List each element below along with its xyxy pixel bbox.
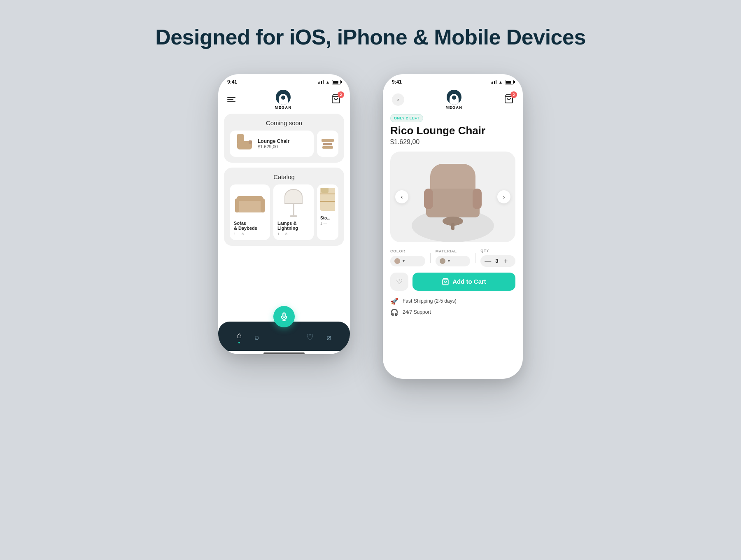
shipping-text: Fast Shipping (2-5 days) xyxy=(403,298,457,304)
nav-profile[interactable]: ⌀ xyxy=(326,332,331,342)
lamp-image xyxy=(281,189,306,217)
qty-option: QTY — 3 + xyxy=(480,249,515,267)
support-info: 🎧 24/7 Support xyxy=(390,308,515,316)
cart-badge-left: 2 xyxy=(338,91,344,98)
status-bar-right: 9:41 ▲ xyxy=(383,74,523,87)
wifi-icon: ▲ xyxy=(326,80,330,84)
signal-icon-right xyxy=(491,80,497,84)
catalog-lamps-name: Lamps &Lightning xyxy=(277,221,310,231)
back-button[interactable]: ‹ xyxy=(392,93,404,106)
phones-container: 9:41 ▲ MEGAN xyxy=(218,74,523,379)
color-chevron: ▾ xyxy=(403,259,405,263)
coming-soon-product-name: Lounge Chair xyxy=(258,138,289,144)
support-icon: 🎧 xyxy=(390,308,398,316)
nav-bar-left: MEGAN 2 xyxy=(218,87,350,114)
color-select[interactable]: ▾ xyxy=(390,256,425,266)
color-option: COLOR ▾ xyxy=(390,249,425,266)
shipping-icon: 🚀 xyxy=(390,297,398,305)
catalog-lamps-range: 1 — 8 xyxy=(277,232,310,236)
add-to-cart-label: Add to Cart xyxy=(452,278,486,285)
profile-icon: ⌀ xyxy=(326,332,331,342)
color-label: COLOR xyxy=(390,249,425,253)
phone-left: 9:41 ▲ MEGAN xyxy=(218,74,350,354)
svg-rect-1 xyxy=(283,313,285,317)
catalog-storage[interactable]: Sto... 1 — xyxy=(317,184,338,240)
time-left: 9:41 xyxy=(227,79,237,85)
material-chevron: ▾ xyxy=(448,259,450,263)
catalog-sofas[interactable]: Sofas& Daybeds 1 — 8 xyxy=(230,184,270,240)
nav-bar-right: ‹ MEGAN 2 xyxy=(383,87,523,114)
support-text: 24/7 Support xyxy=(403,309,431,315)
mic-button[interactable] xyxy=(273,306,295,327)
stool-image xyxy=(320,135,335,152)
cart-badge-right: 2 xyxy=(510,91,517,98)
signal-icon xyxy=(318,80,324,84)
divider2 xyxy=(475,253,475,263)
heart-icon: ♡ xyxy=(306,332,314,342)
material-option: MATERIAL ▾ xyxy=(436,249,471,266)
hamburger-menu[interactable] xyxy=(227,97,235,102)
lounge-chair-image xyxy=(235,135,254,153)
cart-button-right[interactable]: 2 xyxy=(504,94,514,105)
search-icon: ⌕ xyxy=(254,332,259,342)
battery-icon xyxy=(332,80,341,84)
qty-minus[interactable]: — xyxy=(485,258,491,264)
catalog-sofas-name: Sofas& Daybeds xyxy=(234,221,266,231)
nav-home[interactable]: ⌂ xyxy=(237,331,242,343)
status-icons-right: ▲ xyxy=(491,80,514,84)
material-select[interactable]: ▾ xyxy=(436,256,471,266)
material-swatch xyxy=(440,258,445,264)
prev-image-button[interactable]: ‹ xyxy=(395,190,408,203)
nav-wishlist[interactable]: ♡ xyxy=(306,332,314,342)
qty-plus[interactable]: + xyxy=(503,258,509,264)
product-price: $1.629,00 xyxy=(390,138,515,146)
home-indicator xyxy=(263,352,305,354)
logo-label-left: MEGAN xyxy=(275,105,292,110)
material-label: MATERIAL xyxy=(436,249,471,253)
nav-search[interactable]: ⌕ xyxy=(254,332,259,342)
rico-chair-image xyxy=(420,164,486,230)
divider xyxy=(430,253,431,263)
qty-value: 3 xyxy=(495,258,498,264)
info-items: 🚀 Fast Shipping (2-5 days) 🎧 24/7 Suppor… xyxy=(390,297,515,316)
shipping-info: 🚀 Fast Shipping (2-5 days) xyxy=(390,297,515,305)
logo-label-right: MEGAN xyxy=(446,105,463,110)
options-row: COLOR ▾ MATERIAL ▾ QTY xyxy=(390,249,515,267)
availability-badge: ONLY 2 LEFT xyxy=(390,114,423,122)
catalog-storage-name: Sto... xyxy=(320,216,335,220)
wishlist-button[interactable]: ♡ xyxy=(390,273,408,291)
logo-left: MEGAN xyxy=(275,90,292,110)
coming-soon-product-price: $1.629,00 xyxy=(258,144,289,149)
time-right: 9:41 xyxy=(392,79,402,85)
catalog-lamps[interactable]: Lamps &Lightning 1 — 8 xyxy=(273,184,314,240)
color-swatch xyxy=(394,258,400,264)
bottom-nav: ⌂ ⌕ ♡ ⌀ xyxy=(218,306,350,354)
logo-right: MEGAN xyxy=(446,90,463,110)
cart-icon-btn xyxy=(442,278,449,285)
qty-label: QTY xyxy=(480,249,515,253)
coming-soon-section: Coming soon Lounge Chair $1.629,00 xyxy=(224,114,344,163)
wifi-icon-right: ▲ xyxy=(499,80,503,84)
catalog-title: Catalog xyxy=(230,173,338,180)
product-title: Rico Lounge Chair xyxy=(390,125,515,137)
coming-soon-title: Coming soon xyxy=(230,119,338,126)
status-icons-left: ▲ xyxy=(318,80,341,84)
storage-image xyxy=(320,188,335,212)
phone-right: 9:41 ▲ ‹ MEGAN xyxy=(383,74,523,379)
product-image-area: ‹ › xyxy=(390,152,515,242)
action-row: ♡ Add to Cart xyxy=(390,273,515,291)
home-icon: ⌂ xyxy=(237,331,242,340)
page-title: Designed for iOS, iPhone & Mobile Device… xyxy=(155,25,586,49)
battery-icon-right xyxy=(505,80,514,84)
catalog-section: Catalog Sofas& Daybeds xyxy=(224,168,344,246)
qty-control: — 3 + xyxy=(480,255,515,267)
catalog-sofas-range: 1 — 8 xyxy=(234,232,266,236)
next-image-button[interactable]: › xyxy=(497,190,510,203)
cart-button-left[interactable]: 2 xyxy=(331,94,341,105)
add-to-cart-button[interactable]: Add to Cart xyxy=(412,273,515,291)
catalog-storage-range: 1 — xyxy=(320,222,335,226)
status-bar-left: 9:41 ▲ xyxy=(218,74,350,87)
coming-soon-main-item[interactable]: Lounge Chair $1.629,00 xyxy=(230,131,314,157)
coming-soon-side-item[interactable] xyxy=(317,131,338,157)
sofa-image xyxy=(235,191,265,215)
